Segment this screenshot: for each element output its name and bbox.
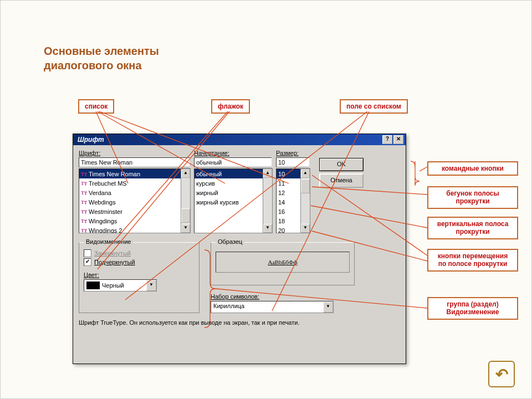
font-label: Шрифт: bbox=[79, 150, 190, 156]
color-label: Цвет: bbox=[84, 272, 195, 278]
truetype-icon: Tᴛ bbox=[81, 228, 87, 233]
size-input[interactable] bbox=[276, 157, 309, 167]
font-input[interactable] bbox=[79, 157, 190, 167]
font-scrollbar[interactable]: ▲ ▼ bbox=[181, 169, 190, 233]
strike-checkbox[interactable]: Зачеркнутый bbox=[84, 249, 195, 257]
annot-vscrollbar: вертикальная полоса прокрутки bbox=[427, 217, 518, 239]
list-item[interactable]: 14 bbox=[277, 197, 300, 207]
ok-button[interactable]: OK bbox=[319, 158, 364, 171]
annot-scroll-thumb: бегунок полосы прокрутки bbox=[427, 186, 518, 209]
list-item[interactable]: жирный курсив bbox=[195, 197, 263, 207]
list-item[interactable]: 10 bbox=[277, 169, 300, 178]
list-item[interactable]: обычный bbox=[195, 169, 263, 178]
list-item[interactable]: курсив bbox=[195, 178, 263, 188]
truetype-icon: Tᴛ bbox=[81, 171, 87, 177]
scroll-up-icon[interactable]: ▲ bbox=[263, 169, 272, 178]
script-combobox[interactable]: Кириллица ▼ bbox=[211, 301, 334, 313]
truetype-icon: Tᴛ bbox=[81, 200, 87, 205]
list-item[interactable]: TᴛWingdings 2 bbox=[79, 226, 181, 233]
list-item[interactable]: 12 bbox=[277, 188, 300, 197]
scroll-down-icon[interactable]: ▼ bbox=[301, 224, 310, 233]
slide-title: Основные элементы диалогового окна bbox=[44, 44, 159, 73]
annot-group: группа (раздел) Видоизменение bbox=[427, 297, 518, 320]
size-scrollbar[interactable]: ▲ ▼ bbox=[300, 169, 310, 233]
color-combobox[interactable]: Черный ▼ bbox=[84, 279, 157, 291]
list-item[interactable]: TᴛVerdana bbox=[79, 188, 181, 197]
truetype-icon: Tᴛ bbox=[81, 209, 87, 214]
scroll-track[interactable] bbox=[181, 178, 190, 224]
list-item[interactable]: 20 bbox=[277, 226, 300, 233]
help-button[interactable]: ? bbox=[382, 135, 392, 144]
scroll-thumb[interactable] bbox=[181, 208, 190, 223]
font-dialog: Шрифт ? ✕ Шрифт: TᴛTimes New RomanTᴛTreb… bbox=[73, 134, 406, 364]
annot-scroll-buttons: кнопки перемещения по полосе прокрутки bbox=[427, 249, 518, 272]
checkbox-icon[interactable] bbox=[84, 249, 91, 257]
truetype-icon: Tᴛ bbox=[81, 181, 87, 186]
script-label: Набор символов: bbox=[211, 293, 355, 300]
title-bar[interactable]: Шрифт ? ✕ bbox=[73, 134, 406, 145]
annot-list: список bbox=[78, 99, 114, 114]
cancel-button[interactable]: Отмена bbox=[319, 173, 364, 188]
style-input[interactable] bbox=[194, 157, 272, 167]
back-icon[interactable]: ↶ bbox=[488, 361, 515, 387]
sample-group: АаВbБбФф bbox=[211, 242, 355, 285]
list-item[interactable]: TᴛWebdings bbox=[79, 197, 181, 207]
underline-checkbox[interactable]: ✔ Подчеркнутый bbox=[84, 258, 195, 266]
sample-text: АаВbБбФф bbox=[216, 252, 350, 273]
list-item[interactable]: TᴛWestminster bbox=[79, 207, 181, 216]
hint-text: Шрифт TrueType. Он используется как при … bbox=[79, 319, 400, 326]
annot-command-buttons: командные кнопки bbox=[427, 161, 518, 176]
truetype-icon: Tᴛ bbox=[81, 190, 87, 196]
annot-checkbox: флажок bbox=[211, 99, 250, 114]
truetype-icon: Tᴛ bbox=[81, 218, 87, 224]
annot-combobox: поле со списком bbox=[340, 99, 408, 114]
list-item[interactable]: TᴛTimes New Roman bbox=[79, 169, 181, 178]
list-item[interactable]: 16 bbox=[277, 207, 300, 216]
list-item[interactable]: TᴛTrebuchet MS bbox=[79, 178, 181, 188]
style-label: Начертание: bbox=[194, 150, 272, 156]
color-swatch-icon bbox=[86, 282, 100, 289]
modification-group: Зачеркнутый ✔ Подчеркнутый Цвет: Черный … bbox=[79, 242, 200, 313]
scroll-thumb[interactable] bbox=[301, 179, 310, 193]
list-item[interactable]: 11 bbox=[277, 178, 300, 188]
size-listbox[interactable]: 10111214161820 ▲ ▼ bbox=[276, 168, 310, 233]
font-listbox[interactable]: TᴛTimes New RomanTᴛTrebuchet MSTᴛVerdana… bbox=[79, 168, 191, 233]
list-item[interactable]: 18 bbox=[277, 216, 300, 226]
dropdown-icon[interactable]: ▼ bbox=[323, 301, 333, 313]
list-item[interactable]: жирный bbox=[195, 188, 263, 197]
list-item[interactable]: TᴛWingdings bbox=[79, 216, 181, 226]
style-listbox[interactable]: обычныйкурсивжирныйжирный курсив ▲ ▼ bbox=[194, 168, 273, 233]
style-scrollbar[interactable]: ▲ ▼ bbox=[263, 169, 272, 233]
scroll-up-icon[interactable]: ▲ bbox=[181, 169, 190, 178]
scroll-up-icon[interactable]: ▲ bbox=[301, 169, 310, 178]
dialog-title: Шрифт bbox=[75, 136, 381, 144]
scroll-down-icon[interactable]: ▼ bbox=[181, 224, 190, 233]
checkbox-icon[interactable]: ✔ bbox=[84, 258, 91, 266]
scroll-down-icon[interactable]: ▼ bbox=[263, 224, 272, 233]
dropdown-icon[interactable]: ▼ bbox=[146, 280, 156, 291]
size-label: Размер: bbox=[276, 150, 309, 156]
close-button[interactable]: ✕ bbox=[393, 135, 403, 144]
svg-line-7 bbox=[420, 167, 427, 171]
